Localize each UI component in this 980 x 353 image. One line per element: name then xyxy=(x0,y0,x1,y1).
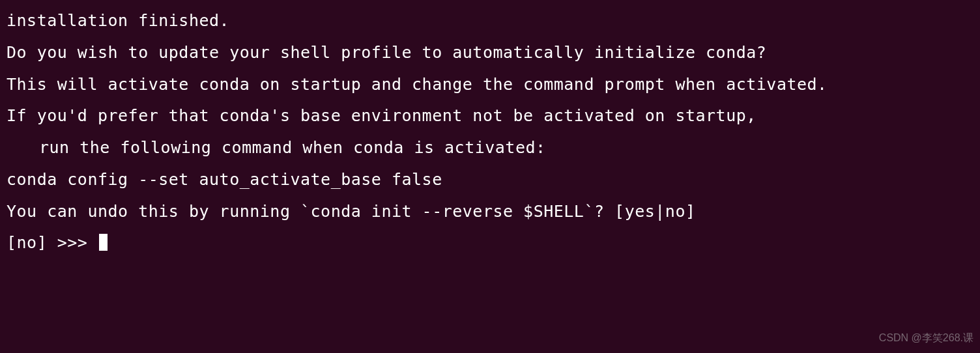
output-line: conda config --set auto_activate_base fa… xyxy=(7,164,973,196)
terminal-output: installation finished. Do you wish to up… xyxy=(7,5,973,259)
prompt-text: [no] >>> xyxy=(7,227,98,259)
output-line: You can undo this by running `conda init… xyxy=(7,196,973,228)
prompt-line[interactable]: [no] >>> xyxy=(7,227,973,259)
watermark-text: CSDN @李笑268.课 xyxy=(879,332,973,343)
watermark: CSDN @李笑268.课 xyxy=(879,328,973,348)
output-line: run the following command when conda is … xyxy=(7,132,973,164)
output-line: If you'd prefer that conda's base enviro… xyxy=(7,100,973,132)
output-line: Do you wish to update your shell profile… xyxy=(7,37,973,69)
output-line: This will activate conda on startup and … xyxy=(7,69,973,101)
output-line: installation finished. xyxy=(7,5,973,37)
cursor-icon xyxy=(99,234,108,251)
